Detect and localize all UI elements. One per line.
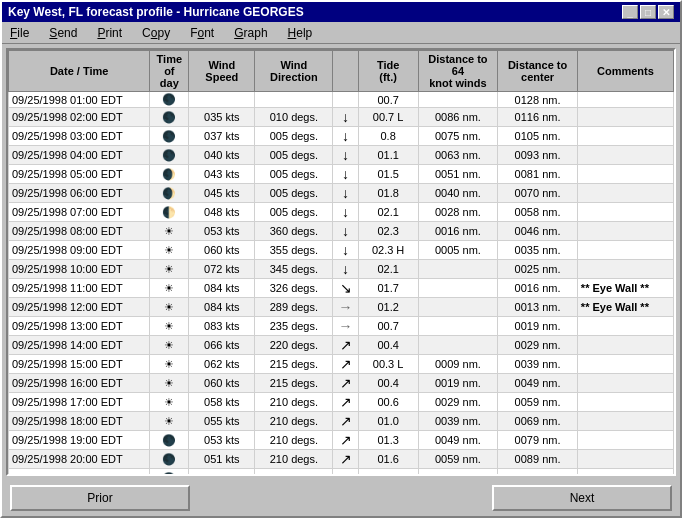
icon-cell: ☀ bbox=[150, 317, 189, 336]
data-cell-8 bbox=[577, 165, 673, 184]
table-scroll[interactable]: Date / Time Timeofday WindSpeed WindDire… bbox=[8, 50, 674, 474]
data-cell-6 bbox=[418, 92, 498, 108]
data-cell-5: 0.8 bbox=[358, 127, 418, 146]
icon-cell: 🌑 bbox=[150, 469, 189, 475]
data-cell-3: 210 degs. bbox=[255, 431, 333, 450]
data-cell-2: 045 kts bbox=[189, 184, 255, 203]
data-cell-6 bbox=[418, 298, 498, 317]
data-cell-8 bbox=[577, 317, 673, 336]
data-cell-8: ** Eye Wall ** bbox=[577, 279, 673, 298]
data-cell-4: → bbox=[333, 298, 358, 317]
data-cell-3: 355 degs. bbox=[255, 241, 333, 260]
icon-cell: ☀ bbox=[150, 279, 189, 298]
data-cell-4: ↗ bbox=[333, 374, 358, 393]
data-cell-5: 01.2 bbox=[358, 298, 418, 317]
data-cell-8 bbox=[577, 469, 673, 475]
icon-cell: ☀ bbox=[150, 336, 189, 355]
datetime-cell: 09/25/1998 04:00 EDT bbox=[9, 146, 150, 165]
data-cell-6: 0039 nm. bbox=[418, 412, 498, 431]
datetime-cell: 09/25/1998 07:00 EDT bbox=[9, 203, 150, 222]
table-row: 09/25/1998 13:00 EDT☀083 kts235 degs.→00… bbox=[9, 317, 674, 336]
menu-file[interactable]: File bbox=[6, 25, 33, 41]
data-cell-5: 02.1 bbox=[358, 260, 418, 279]
maximize-button[interactable]: □ bbox=[640, 5, 656, 19]
data-cell-4: ↓ bbox=[333, 184, 358, 203]
datetime-cell: 09/25/1998 19:00 EDT bbox=[9, 431, 150, 450]
data-cell-6: 0051 nm. bbox=[418, 165, 498, 184]
icon-cell: 🌑 bbox=[150, 450, 189, 469]
icon-cell: 🌒 bbox=[150, 165, 189, 184]
datetime-cell: 09/25/1998 16:00 EDT bbox=[9, 374, 150, 393]
data-cell-6 bbox=[418, 336, 498, 355]
minimize-button[interactable]: _ bbox=[622, 5, 638, 19]
data-cell-7: 0070 nm. bbox=[498, 184, 578, 203]
data-cell-3: 215 degs. bbox=[255, 374, 333, 393]
data-cell-4: ↗ bbox=[333, 431, 358, 450]
table-row: 09/25/1998 05:00 EDT🌒043 kts005 degs.↓01… bbox=[9, 165, 674, 184]
icon-cell: 🌑 bbox=[150, 146, 189, 165]
datetime-cell: 09/25/1998 13:00 EDT bbox=[9, 317, 150, 336]
data-cell-3: 005 degs. bbox=[255, 203, 333, 222]
menu-send[interactable]: Send bbox=[45, 25, 81, 41]
data-cell-7: 0093 nm. bbox=[498, 146, 578, 165]
data-cell-8 bbox=[577, 146, 673, 165]
table-row: 09/25/1998 19:00 EDT🌑053 kts210 degs.↗01… bbox=[9, 431, 674, 450]
data-cell-7: 0016 nm. bbox=[498, 279, 578, 298]
datetime-cell: 09/25/1998 20:00 EDT bbox=[9, 450, 150, 469]
data-cell-6 bbox=[418, 260, 498, 279]
menu-font[interactable]: Font bbox=[186, 25, 218, 41]
data-cell-4: → bbox=[333, 317, 358, 336]
datetime-cell: 09/25/1998 02:00 EDT bbox=[9, 108, 150, 127]
data-cell-5: 02.1 bbox=[358, 203, 418, 222]
icon-cell: 🌑 bbox=[150, 127, 189, 146]
menu-help[interactable]: Help bbox=[284, 25, 317, 41]
data-cell-2: 072 kts bbox=[189, 260, 255, 279]
data-cell-5: 00.7 bbox=[358, 92, 418, 108]
datetime-cell: 09/25/1998 11:00 EDT bbox=[9, 279, 150, 298]
prior-button[interactable]: Prior bbox=[10, 485, 190, 511]
datetime-cell: 09/25/1998 09:00 EDT bbox=[9, 241, 150, 260]
data-cell-8 bbox=[577, 127, 673, 146]
data-cell-2: 060 kts bbox=[189, 374, 255, 393]
table-container: Date / Time Timeofday WindSpeed WindDire… bbox=[6, 48, 676, 476]
table-row: 09/25/1998 09:00 EDT☀060 kts355 degs.↓02… bbox=[9, 241, 674, 260]
table-row: 09/25/1998 16:00 EDT☀060 kts215 degs.↗00… bbox=[9, 374, 674, 393]
icon-cell: ☀ bbox=[150, 412, 189, 431]
data-cell-5: 00.4 bbox=[358, 336, 418, 355]
data-cell-5: 01.1 bbox=[358, 146, 418, 165]
content-area: Date / Time Timeofday WindSpeed WindDire… bbox=[2, 44, 680, 480]
menu-graph[interactable]: Graph bbox=[230, 25, 271, 41]
data-cell-5: 01.3 bbox=[358, 431, 418, 450]
datetime-cell: 09/25/1998 08:00 EDT bbox=[9, 222, 150, 241]
data-cell-4: ↘ bbox=[333, 279, 358, 298]
data-cell-6 bbox=[418, 279, 498, 298]
data-cell-7: 0128 nm. bbox=[498, 92, 578, 108]
close-button[interactable]: ✕ bbox=[658, 5, 674, 19]
datetime-cell: 09/25/1998 17:00 EDT bbox=[9, 393, 150, 412]
data-cell-3: 210 degs. bbox=[255, 412, 333, 431]
table-row: 09/25/1998 08:00 EDT☀053 kts360 degs.↓02… bbox=[9, 222, 674, 241]
data-cell-7: 0035 nm. bbox=[498, 241, 578, 260]
icon-cell: 🌑 bbox=[150, 92, 189, 108]
data-cell-2 bbox=[189, 92, 255, 108]
data-cell-4: ↗ bbox=[333, 450, 358, 469]
data-cell-2: 047 kts bbox=[189, 469, 255, 475]
data-cell-7: 0059 nm. bbox=[498, 393, 578, 412]
data-cell-2: 084 kts bbox=[189, 298, 255, 317]
data-cell-5: 02.3 H bbox=[358, 241, 418, 260]
table-row: 09/25/1998 21:00 EDT🌑047 kts210 degs.↗01… bbox=[9, 469, 674, 475]
data-cell-6: 0049 nm. bbox=[418, 431, 498, 450]
data-cell-3: 005 degs. bbox=[255, 184, 333, 203]
data-cell-8 bbox=[577, 450, 673, 469]
menu-print[interactable]: Print bbox=[93, 25, 126, 41]
next-button[interactable]: Next bbox=[492, 485, 672, 511]
menu-copy[interactable]: Copy bbox=[138, 25, 174, 41]
data-cell-2: 058 kts bbox=[189, 393, 255, 412]
table-row: 09/25/1998 20:00 EDT🌑051 kts210 degs.↗01… bbox=[9, 450, 674, 469]
table-row: 09/25/1998 12:00 EDT☀084 kts289 degs.→01… bbox=[9, 298, 674, 317]
data-cell-6: 0063 nm. bbox=[418, 146, 498, 165]
icon-cell: ☀ bbox=[150, 393, 189, 412]
data-cell-3: 210 degs. bbox=[255, 450, 333, 469]
bottom-bar: Prior Next bbox=[2, 480, 680, 516]
data-cell-6: 0028 nm. bbox=[418, 203, 498, 222]
